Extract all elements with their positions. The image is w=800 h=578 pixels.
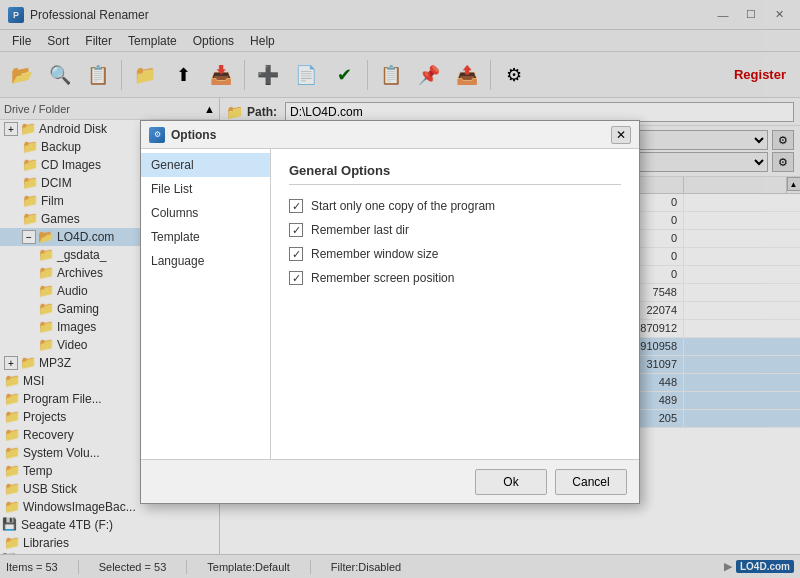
option-checkbox-3[interactable] [289, 247, 303, 261]
dialog-title-icon: ⚙ [149, 127, 165, 143]
dialog-nav-language[interactable]: Language [141, 249, 270, 273]
dialog-cancel-btn[interactable]: Cancel [555, 469, 627, 495]
option-row-4: Remember screen position [289, 271, 621, 285]
option-label-4: Remember screen position [311, 271, 454, 285]
option-checkbox-2[interactable] [289, 223, 303, 237]
option-checkbox-1[interactable] [289, 199, 303, 213]
option-label-3: Remember window size [311, 247, 438, 261]
option-label-2: Remember last dir [311, 223, 409, 237]
dialog-nav-general[interactable]: General [141, 153, 270, 177]
options-dialog: ⚙ Options ✕ General File List Columns Te… [140, 120, 640, 504]
dialog-nav-template[interactable]: Template [141, 225, 270, 249]
dialog-nav-columns[interactable]: Columns [141, 201, 270, 225]
dialog-content: General Options Start only one copy of t… [271, 149, 639, 459]
dialog-footer: Ok Cancel [141, 459, 639, 503]
option-label-1: Start only one copy of the program [311, 199, 495, 213]
option-checkbox-4[interactable] [289, 271, 303, 285]
dialog-section-title: General Options [289, 163, 621, 185]
dialog-body: General File List Columns Template Langu… [141, 149, 639, 459]
dialog-close-btn[interactable]: ✕ [611, 126, 631, 144]
option-row-1: Start only one copy of the program [289, 199, 621, 213]
dialog-overlay: ⚙ Options ✕ General File List Columns Te… [0, 0, 800, 578]
dialog-nav-filelist[interactable]: File List [141, 177, 270, 201]
dialog-titlebar[interactable]: ⚙ Options ✕ [141, 121, 639, 149]
dialog-ok-btn[interactable]: Ok [475, 469, 547, 495]
dialog-nav: General File List Columns Template Langu… [141, 149, 271, 459]
dialog-title-text: Options [171, 128, 611, 142]
option-row-2: Remember last dir [289, 223, 621, 237]
option-row-3: Remember window size [289, 247, 621, 261]
